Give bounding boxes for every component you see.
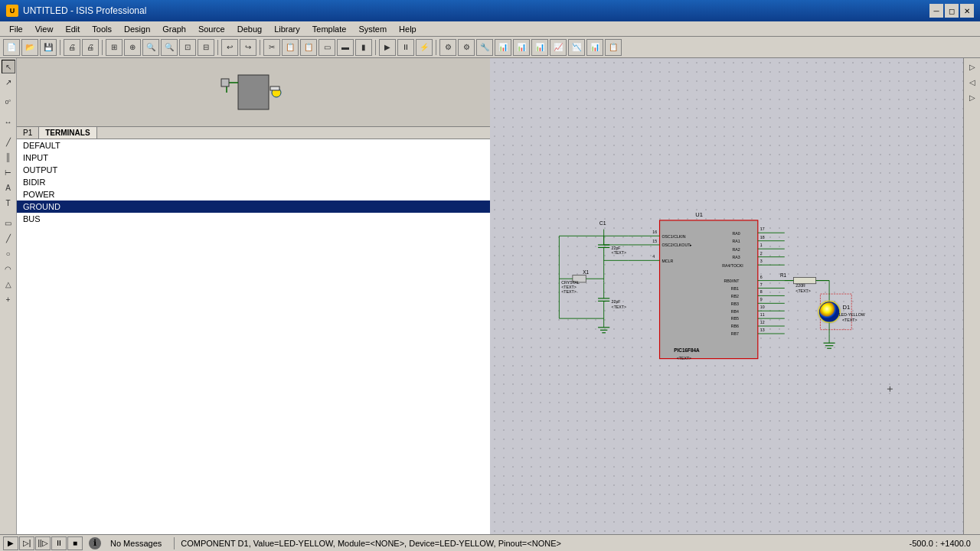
term-input[interactable]: INPUT — [17, 152, 490, 164]
close-button[interactable]: ✕ — [960, 4, 974, 18]
tool-label[interactable]: A — [2, 181, 15, 194]
tb-prop7[interactable]: 📈 — [550, 39, 567, 56]
tb-save[interactable]: 💾 — [40, 39, 57, 56]
rp-btn1[interactable]: ▷ — [965, 60, 979, 73]
menu-bar: File View Edit Tools Design Graph Source… — [0, 21, 980, 37]
menu-design[interactable]: Design — [118, 23, 156, 35]
tb-undo[interactable]: ↩ — [221, 39, 238, 56]
tb-prop6[interactable]: 📊 — [531, 39, 548, 56]
tb-sep2 — [102, 40, 103, 55]
toolbar: 📄 📂 💾 🖨 🖨 ⊞ ⊕ 🔍 🔍 ⊡ ⊟ ↩ ↪ ✂ 📋 📋 ▭ ▬ ▮ ▶ … — [0, 37, 980, 58]
tool-wire[interactable]: ╱ — [2, 135, 15, 148]
tb-open[interactable]: 📂 — [21, 39, 38, 56]
tool-text[interactable]: T — [2, 196, 15, 210]
rp-btn3[interactable]: ▷ — [965, 90, 979, 104]
tb-netlist[interactable]: 📋 — [605, 39, 622, 56]
menu-edit[interactable]: Edit — [59, 23, 86, 35]
tool-box[interactable]: ▭ — [2, 216, 15, 230]
svg-text:RA1: RA1 — [733, 239, 740, 243]
svg-text:RA0: RA0 — [733, 231, 740, 236]
term-default[interactable]: DEFAULT — [17, 139, 490, 152]
btn-stop[interactable]: ■ — [67, 536, 83, 550]
menu-library[interactable]: Library — [268, 23, 306, 35]
tb-block[interactable]: ▭ — [318, 39, 335, 56]
tab-terminals[interactable]: TERMINALS — [39, 127, 96, 139]
tool-sym[interactable]: + — [2, 292, 15, 306]
tb-paste[interactable]: 📋 — [300, 39, 317, 56]
term-bidir[interactable]: BIDIR — [17, 176, 490, 188]
tb-print[interactable]: 🖨 — [64, 39, 80, 56]
tool-select[interactable]: ↖ — [2, 60, 15, 73]
btn-pause[interactable]: ⏸ — [51, 536, 67, 550]
term-output[interactable]: OUTPUT — [17, 164, 490, 176]
rp-btn2[interactable]: ◁ — [965, 75, 979, 89]
tb-zoom-sel[interactable]: ⊟ — [198, 39, 214, 56]
tb-sim[interactable]: ▶ — [379, 39, 396, 56]
tb-redo[interactable]: ↪ — [240, 39, 256, 56]
btn-step[interactable]: ▷| — [19, 536, 34, 550]
sidebar: P1 TERMINALS DEFAULT INPUT OUTPUT BIDIR … — [17, 58, 490, 534]
tb-prop[interactable]: ⚙ — [439, 39, 456, 56]
tb-sep4 — [260, 40, 260, 55]
tab-p1[interactable]: P1 — [17, 127, 39, 139]
tool-arc[interactable]: ◠ — [2, 262, 15, 276]
svg-text:220R: 220R — [795, 283, 805, 288]
tool-line[interactable]: ╱ — [2, 231, 15, 245]
tb-block2[interactable]: ▬ — [337, 39, 354, 56]
btn-step2[interactable]: ||▷ — [35, 536, 51, 550]
menu-template[interactable]: Template — [306, 23, 353, 35]
term-ground[interactable]: GROUND — [17, 201, 490, 213]
svg-text:RB7: RB7 — [731, 331, 739, 336]
tb-prop3[interactable]: 🔧 — [476, 39, 493, 56]
svg-text:13: 13 — [760, 328, 765, 332]
tb-prop4[interactable]: 📊 — [495, 39, 511, 56]
menu-view[interactable]: View — [29, 23, 60, 35]
term-bus[interactable]: BUS — [17, 213, 490, 225]
tool-circle[interactable]: ○ — [2, 246, 15, 260]
svg-text:CRYSTAL: CRYSTAL — [561, 280, 580, 285]
tb-copy[interactable]: 📋 — [282, 39, 299, 56]
svg-text:<TEXT>: <TEXT> — [795, 289, 811, 293]
menu-debug[interactable]: Debug — [231, 23, 268, 35]
menu-system[interactable]: System — [352, 23, 393, 35]
tb-zoom-fit[interactable]: ⊡ — [179, 39, 196, 56]
schematic-canvas[interactable]: U1 OSC1/CLKIN 16 OSC2/CLKOUT▸ 15 MCLR 4 … — [490, 58, 963, 534]
tb-crosshair[interactable]: ⊕ — [124, 39, 141, 56]
tb-zoom-out[interactable]: 🔍 — [161, 39, 178, 56]
tb-zoom-in[interactable]: 🔍 — [142, 39, 159, 56]
svg-text:18: 18 — [760, 235, 765, 240]
menu-tools[interactable]: Tools — [86, 23, 118, 35]
menu-file[interactable]: File — [3, 23, 29, 35]
tool-zero[interactable]: 0° — [2, 95, 15, 109]
window-controls[interactable]: ─ ◻ ✕ — [929, 4, 974, 18]
tool-pin[interactable]: ⊢ — [2, 165, 15, 179]
tb-print2[interactable]: 🖨 — [82, 39, 99, 56]
svg-rect-0 — [238, 75, 269, 109]
tb-sim3[interactable]: ⚡ — [416, 39, 433, 56]
btn-play[interactable]: ▶ — [3, 536, 18, 550]
tool-component[interactable]: ↗ — [2, 75, 15, 89]
tool-bus[interactable]: ║ — [2, 150, 15, 164]
menu-source[interactable]: Source — [192, 23, 231, 35]
tb-prop5[interactable]: 📊 — [513, 39, 530, 56]
svg-text:6: 6 — [760, 275, 763, 279]
svg-text:C1: C1 — [599, 220, 606, 226]
tb-new[interactable]: 📄 — [3, 39, 20, 56]
tb-prop9[interactable]: 📊 — [586, 39, 603, 56]
tb-prop8[interactable]: 📉 — [568, 39, 585, 56]
tool-move[interactable]: ↔ — [2, 115, 15, 129]
tb-sim2[interactable]: ⏸ — [397, 39, 414, 56]
maximize-button[interactable]: ◻ — [945, 4, 959, 18]
tb-cut[interactable]: ✂ — [263, 39, 280, 56]
tb-prop2[interactable]: ⚙ — [458, 39, 475, 56]
term-power[interactable]: POWER — [17, 188, 490, 201]
svg-text:22pF: 22pF — [612, 299, 621, 304]
menu-help[interactable]: Help — [393, 23, 423, 35]
tb-block3[interactable]: ▮ — [355, 39, 372, 56]
tool-poly[interactable]: △ — [2, 277, 15, 291]
minimize-button[interactable]: ─ — [929, 4, 943, 18]
tb-grid[interactable]: ⊞ — [106, 39, 122, 56]
status-position: -500.0 : +1400.0 — [903, 539, 977, 548]
terminals-list: DEFAULT INPUT OUTPUT BIDIR POWER GROUND … — [17, 139, 490, 534]
menu-graph[interactable]: Graph — [156, 23, 192, 35]
